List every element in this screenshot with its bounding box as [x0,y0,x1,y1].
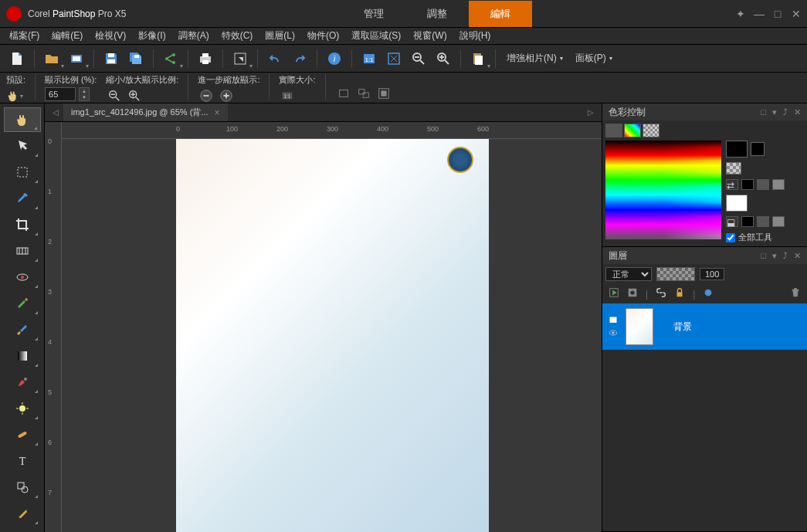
delete-layer-icon[interactable] [790,287,801,300]
menu-layers[interactable]: 圖層(L) [259,28,301,44]
color-mode-rainbow[interactable] [624,124,641,137]
menu-adjust[interactable]: 調整(A) [172,28,215,44]
paste-button[interactable]: ▾ [467,48,489,69]
panels-button[interactable]: 面板(P)▾ [571,49,617,68]
reset-icon[interactable]: ⬓ [726,216,738,227]
fit-all-button[interactable] [355,85,372,102]
panel-close-icon[interactable]: ✕ [794,251,801,261]
zoom-out-small-button[interactable] [106,87,123,104]
pick-tool[interactable] [4,134,41,158]
link-layer-icon[interactable] [656,287,666,300]
step-in-button[interactable] [218,87,235,104]
share-button[interactable]: ▾ [160,48,181,69]
airbrush-tool[interactable] [4,370,41,395]
pen-tool[interactable] [4,501,41,526]
redeye-tool[interactable] [4,265,41,290]
launch-button[interactable]: ▾ [229,48,251,69]
paintbrush-tool[interactable] [4,317,41,342]
shape-tool[interactable] [4,475,41,500]
zoom-input[interactable] [45,87,76,101]
panel-pin-icon[interactable]: ⤴ [783,251,788,261]
canvas[interactable] [62,139,602,532]
fit-screen-button[interactable] [335,85,352,102]
text-tool[interactable]: T [4,449,41,473]
zoom-spinner[interactable]: ▲▼ [79,87,90,101]
layer-item[interactable]: 背景 [602,303,807,350]
transparent-swatch[interactable] [726,162,741,175]
opacity-slider[interactable] [656,267,695,281]
dropper-tool[interactable] [4,186,41,211]
save-all-button[interactable] [125,48,147,69]
panel-menu-icon[interactable]: ▾ [772,251,777,261]
swap-icon[interactable]: ⇄ [726,179,738,190]
pan-tool[interactable] [4,107,41,132]
menu-selection[interactable]: 選取區域(S) [345,28,407,44]
close-tab-icon[interactable]: × [214,107,219,118]
color-mode-frame[interactable] [605,124,622,137]
print-button[interactable] [195,48,216,69]
save-button[interactable] [100,48,122,69]
crop-tool[interactable] [4,212,41,237]
makeover-tool[interactable] [4,291,41,316]
instant-effects-icon[interactable]: ✦ [736,9,745,19]
menu-objects[interactable]: 物件(O) [301,28,345,44]
tab-edit[interactable]: 編輯 [469,1,532,27]
panel-pin-icon[interactable]: ⤴ [783,107,788,117]
document-tab[interactable]: img1_src_4012496.jpg @ 65% (背... × [63,103,228,121]
lighten-tool[interactable] [4,396,41,421]
menu-edit[interactable]: 編輯(E) [46,28,89,44]
menu-view[interactable]: 檢視(V) [89,28,132,44]
foreground-swatch[interactable] [726,141,748,158]
selection-tool[interactable] [4,160,41,185]
pan-preset-icon[interactable]: ▾ [6,87,23,104]
lock-layer-icon[interactable] [674,287,685,300]
fit-window-button[interactable] [383,48,405,69]
tab-manage[interactable]: 管理 [342,1,405,27]
maximize-icon[interactable]: □ [773,9,782,19]
new-mask-icon[interactable] [627,287,638,300]
open-file-button[interactable]: ▾ [41,48,63,69]
color-mode-swatches[interactable] [643,124,660,137]
visibility-icon[interactable] [607,328,619,337]
straighten-tool[interactable] [4,239,41,263]
panel-close-icon[interactable]: ✕ [794,107,801,117]
svg-rect-1 [73,56,80,61]
close-icon[interactable]: ✕ [792,9,801,19]
opacity-value[interactable]: 100 [700,268,724,280]
actual-size-button[interactable]: 1:1 [358,48,380,69]
panel-undock-icon[interactable]: □ [761,251,766,261]
menu-effects[interactable]: 特效(C) [215,28,259,44]
tab-prev-icon[interactable]: ◁ [48,108,63,117]
foreground-swatch-2[interactable] [751,142,765,156]
scan-button[interactable]: ▾ [66,48,87,69]
redo-button[interactable] [289,48,310,69]
maximize-canvas-button[interactable] [375,85,392,102]
menu-image[interactable]: 影像(I) [132,28,171,44]
all-tools-checkbox[interactable]: 全部工具 [726,232,804,243]
blend-mode-select[interactable]: 正常 [605,267,652,281]
new-file-button[interactable] [6,48,28,69]
healing-tool[interactable] [4,422,41,447]
panel-undock-icon[interactable]: □ [761,107,766,117]
color-picker[interactable] [605,141,721,239]
menu-file[interactable]: 檔案(F) [3,28,46,44]
layer-name[interactable]: 背景 [673,320,692,334]
zoom-in-small-button[interactable] [126,87,143,104]
tab-next-icon[interactable]: ▷ [583,108,598,117]
info-button[interactable]: i [324,48,345,69]
menu-help[interactable]: 說明(H) [453,28,497,44]
undo-button[interactable] [264,48,286,69]
background-swatch[interactable] [726,195,748,212]
menu-window[interactable]: 視窗(W) [407,28,453,44]
zoom-out-button[interactable] [408,48,429,69]
enhance-photo-button[interactable]: 增強相片(N)▾ [502,49,568,68]
minimize-icon[interactable]: — [754,9,764,19]
new-layer-icon[interactable] [609,287,619,300]
gradient-tool[interactable] [4,344,41,368]
tab-adjust[interactable]: 調整 [405,1,469,27]
panel-menu-icon[interactable]: ▾ [772,107,777,117]
actual-size-small-button[interactable]: 1:1 [279,87,296,104]
step-out-button[interactable] [198,87,215,104]
zoom-in-button[interactable] [432,48,454,69]
effects-layer-icon[interactable] [703,287,714,300]
